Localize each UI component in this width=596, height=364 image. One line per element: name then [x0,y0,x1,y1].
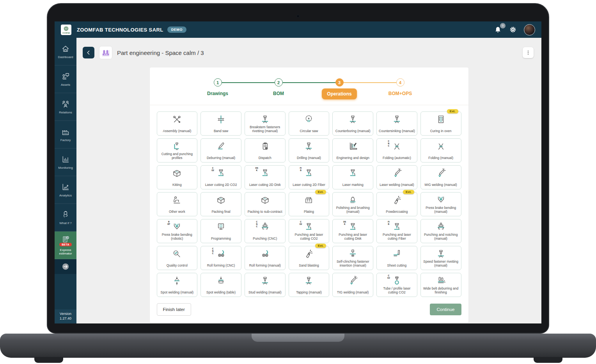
stepper-step-bom[interactable]: 2BOM [248,78,309,99]
operation-card[interactable]: RBTPress brake bending (robotic) [157,219,198,243]
settings-button[interactable] [509,26,517,34]
operation-card[interactable]: Punching and notching (manual) [420,219,461,243]
weld-icon [436,168,446,178]
operation-card[interactable]: CNCRoll forming (CNC) [200,246,241,270]
operation-card[interactable]: Ext.Curing in oven [420,111,461,136]
operation-card[interactable]: DSKLaser cutting 2D Disk [245,165,286,189]
operation-card[interactable]: Counterboring (manual) [332,111,373,136]
operation-card[interactable]: DSKPunching and laser cutting Disk [332,219,373,243]
sidebar-item-analytics[interactable]: Analytics [55,176,76,204]
sidebar-item-express-estimator[interactable]: BETAExpress estimator [55,231,76,259]
continue-button[interactable]: Continue [430,304,461,315]
external-badge: Ext. [403,190,414,194]
operation-card[interactable]: Folding (manual) [420,138,461,163]
operation-card[interactable]: Deburring (manual) [200,138,241,163]
operation-card[interactable]: Breakstem fasteners rivetting (manual) [245,111,286,136]
more-options-button[interactable] [523,47,534,58]
operation-card[interactable]: Assembly (manual) [157,111,198,136]
operation-card[interactable]: CO2Punching and laser cutting CO2 [289,219,330,243]
sidebar-item-factory[interactable]: Factory [55,121,76,148]
factory-icon [61,127,70,136]
sidebar-item-collapse[interactable] [55,259,76,274]
operation-card[interactable]: TIG welding (manual) [332,273,373,297]
operation-label: Circular saw [300,129,318,133]
operation-card[interactable]: Drilling (manual) [289,138,330,163]
operation-label: Sand blasting [299,263,319,268]
sidebar-item-label: Dashboard [57,55,74,59]
whatif-icon [61,210,70,219]
operation-card[interactable]: Laser welding (manual) [376,165,417,189]
laptop-foot-right [534,357,562,363]
stepper-connector [339,82,400,83]
sidebar-item-what-if[interactable]: What if ? [55,204,76,231]
operation-card[interactable]: Roll forming (manual) [245,246,286,270]
operation-card[interactable]: Spot welding (manual) [157,273,198,297]
fold-icon [436,141,446,152]
operation-card[interactable]: MIG welding (manual) [420,165,461,189]
operation-card[interactable]: Other work [157,192,198,216]
rolls-icon [216,249,226,259]
operation-icon-wrap: CNC [216,249,226,259]
machine-type-tag: CO2 [387,275,390,279]
operation-card[interactable]: Kitting [157,165,198,189]
sidebar-nav: DashboardAssetsRelationsFactoryMonitorin… [55,38,76,323]
operation-icon-wrap: CO2 [392,276,402,286]
operation-card[interactable]: Enginering and design [332,138,373,163]
magnify-icon [172,249,182,259]
stepper-step-operations[interactable]: 3Operations [309,78,370,99]
version-label: Version [60,312,71,316]
spotweld-icon [172,276,182,286]
operation-card[interactable]: CNCFolding (automatic) [376,138,417,163]
sidebar-item-assets[interactable]: Assets [55,65,76,93]
operation-card[interactable]: Sheet cutting [376,246,417,270]
operation-card[interactable]: CO2Tube / profile laser cutting CO2 [376,273,417,297]
operation-card[interactable]: Ext.Powdercoating [376,192,417,216]
operation-card[interactable]: Dispatch [245,138,286,163]
user-avatar[interactable] [524,24,535,35]
operation-label: Dispatch [259,156,271,160]
operation-card[interactable]: Speed fastener rivetting (manual) [420,246,461,270]
operation-card[interactable]: Cutting and punching profiles [157,138,198,163]
operation-card[interactable]: Press brake bending (manual) [420,192,461,216]
operation-card[interactable]: Polishing and brushing (manual) [332,192,373,216]
operation-card[interactable]: CO2Laser cutting 2D CO2 [200,165,241,189]
operation-card[interactable]: Packing final [200,192,241,216]
notifications-button[interactable]: 0 [494,26,502,34]
operation-card[interactable]: FIBPunching and laser cutting Fiber [376,219,417,243]
company-logo[interactable]: ZOOMFAB [61,25,71,35]
back-button[interactable] [83,47,94,58]
operation-card[interactable]: Programming [200,219,241,243]
machine-type-tag: FIB [387,221,390,226]
box-icon [172,168,182,178]
operation-icon-wrap [436,114,446,125]
operation-card[interactable]: Laser marking [332,165,373,189]
sidebar-item-relations[interactable]: Relations [55,93,76,121]
operation-card[interactable]: Band saw [200,111,241,136]
stepper-step-drawings[interactable]: 1Drawings [187,78,248,99]
operation-card[interactable]: Wide belt deburring and finishing [420,273,461,297]
operation-label: Spot welding (manual) [161,290,194,295]
operation-card[interactable]: Stud welding (manual) [245,273,286,297]
operation-card[interactable]: Ext.Plating [289,192,330,216]
sidebar-item-monitoring[interactable]: Monitoring [55,148,76,176]
operation-card[interactable]: Quality control [157,246,198,270]
operation-label: Packing final [211,210,230,214]
operation-icon-wrap [303,114,314,125]
operation-icon-wrap [260,195,270,205]
operation-card[interactable]: Self-clinching fastener insertion (manua… [332,246,373,270]
operation-card[interactable]: Circular saw [289,111,330,136]
operation-card[interactable]: FIBLaser cutting 2D Fiber [289,165,330,189]
clipboard-icon [260,141,270,152]
operation-card[interactable]: Tapping (manual) [289,273,330,297]
operation-card[interactable]: CNCPunching (CNC) [245,219,286,243]
operation-card[interactable]: Spot welding (table) [200,273,241,297]
operation-card[interactable]: Packing to sub-contract [245,192,286,216]
operation-card[interactable]: Countersinking (manual) [376,111,417,136]
stepper-step-bom-ops[interactable]: 4BOM+OPS [370,78,431,99]
operation-icon-wrap [216,276,226,286]
operation-label: TIG welding (manual) [337,290,369,295]
operation-card[interactable]: Ext.Sand blasting [289,246,330,270]
finish-later-button[interactable]: Finish later [157,303,191,316]
sidebar-item-dashboard[interactable]: Dashboard [55,38,76,65]
operation-icon-wrap [172,249,182,259]
